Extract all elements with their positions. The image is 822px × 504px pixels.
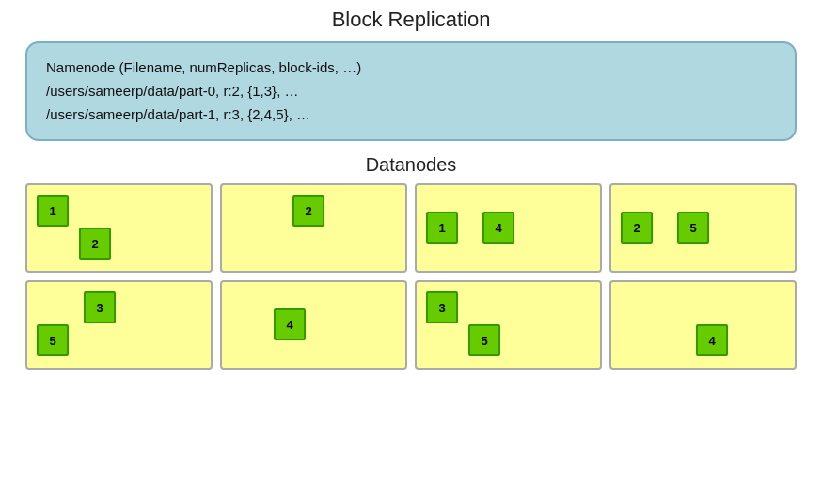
- block-5-cell-3: 5: [677, 212, 709, 244]
- datanode-cell-1: 2: [220, 183, 407, 273]
- datanodes-label: Datanodes: [366, 154, 457, 176]
- block-3-cell-6: 3: [426, 291, 458, 323]
- datanode-grid: 1221425534354: [25, 183, 797, 370]
- block-2-cell-0: 2: [79, 228, 111, 260]
- block-1-cell-0: 1: [37, 195, 69, 227]
- block-1-cell-2: 1: [426, 212, 458, 244]
- block-5-cell-4: 5: [37, 324, 69, 356]
- namenode-box: Namenode (Filename, numReplicas, block-i…: [25, 41, 797, 141]
- datanode-cell-2: 14: [415, 183, 602, 273]
- app-container: Block Replication Namenode (Filename, nu…: [0, 0, 822, 504]
- block-3-cell-4: 3: [84, 291, 116, 323]
- page-title: Block Replication: [332, 8, 491, 32]
- datanode-cell-0: 12: [25, 183, 213, 273]
- namenode-line-1: Namenode (Filename, numReplicas, block-i…: [46, 56, 776, 80]
- namenode-line-2: /users/sameerp/data/part-0, r:2, {1,3}, …: [46, 80, 776, 103]
- block-4-cell-2: 4: [482, 212, 514, 244]
- block-5-cell-6: 5: [468, 324, 500, 356]
- block-4-cell-5: 4: [274, 308, 306, 340]
- datanode-cell-5: 4: [220, 280, 407, 370]
- datanode-cell-4: 53: [25, 280, 213, 370]
- block-4-cell-7: 4: [696, 324, 728, 356]
- block-2-cell-3: 2: [621, 212, 653, 244]
- namenode-line-3: /users/sameerp/data/part-1, r:3, {2,4,5}…: [46, 103, 776, 127]
- block-2-cell-1: 2: [292, 195, 324, 227]
- datanode-cell-6: 35: [415, 280, 602, 370]
- datanode-cell-7: 4: [609, 280, 797, 370]
- datanode-cell-3: 25: [609, 183, 797, 273]
